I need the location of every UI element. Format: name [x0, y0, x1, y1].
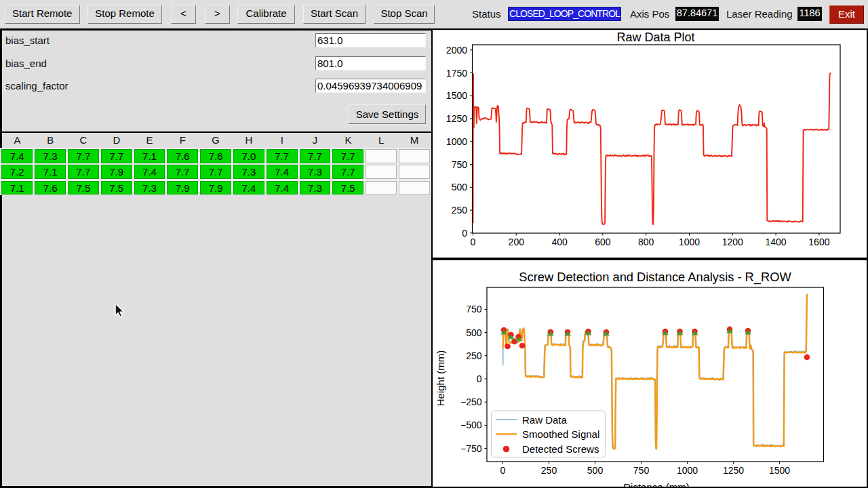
svg-text:1750: 1750 [446, 68, 467, 79]
svg-text:−500: −500 [460, 420, 482, 430]
svg-text:Raw Data Plot: Raw Data Plot [616, 30, 694, 44]
svg-text:1250: 1250 [723, 465, 744, 476]
svg-text:750: 750 [466, 304, 482, 314]
svg-text:1200: 1200 [722, 237, 743, 247]
svg-text:750: 750 [452, 159, 468, 170]
svg-text:Detected Screws: Detected Screws [522, 443, 599, 455]
svg-text:500: 500 [587, 465, 604, 476]
svg-text:1250: 1250 [446, 113, 467, 124]
svg-text:2000: 2000 [446, 45, 467, 56]
svg-text:0: 0 [462, 228, 467, 239]
svg-text:400: 400 [551, 237, 568, 247]
svg-text:Distance (mm): Distance (mm) [623, 481, 690, 488]
svg-text:0: 0 [477, 373, 482, 384]
svg-text:250: 250 [466, 350, 482, 361]
svg-text:800: 800 [638, 237, 654, 247]
svg-text:Screw Detection and Distance A: Screw Detection and Distance Analysis - … [519, 270, 791, 285]
svg-text:1500: 1500 [446, 90, 467, 101]
svg-text:1600: 1600 [808, 237, 829, 247]
svg-text:1400: 1400 [766, 237, 787, 247]
svg-text:750: 750 [633, 465, 650, 476]
svg-text:1000: 1000 [679, 237, 700, 247]
svg-text:250: 250 [541, 465, 557, 476]
svg-text:−750: −750 [460, 443, 482, 454]
svg-text:1500: 1500 [769, 465, 790, 476]
svg-text:Smoothed Signal: Smoothed Signal [522, 428, 599, 440]
svg-text:Height (mm): Height (mm) [435, 350, 446, 407]
svg-text:1000: 1000 [446, 136, 467, 147]
svg-text:−250: −250 [460, 396, 482, 407]
svg-text:500: 500 [466, 327, 482, 338]
svg-text:250: 250 [452, 205, 468, 216]
svg-text:Raw Data: Raw Data [522, 414, 568, 426]
svg-text:500: 500 [452, 182, 468, 192]
svg-text:0: 0 [471, 237, 476, 247]
svg-text:200: 200 [509, 237, 525, 247]
svg-text:600: 600 [595, 237, 611, 247]
svg-text:0: 0 [500, 465, 506, 476]
svg-text:1000: 1000 [677, 465, 698, 476]
